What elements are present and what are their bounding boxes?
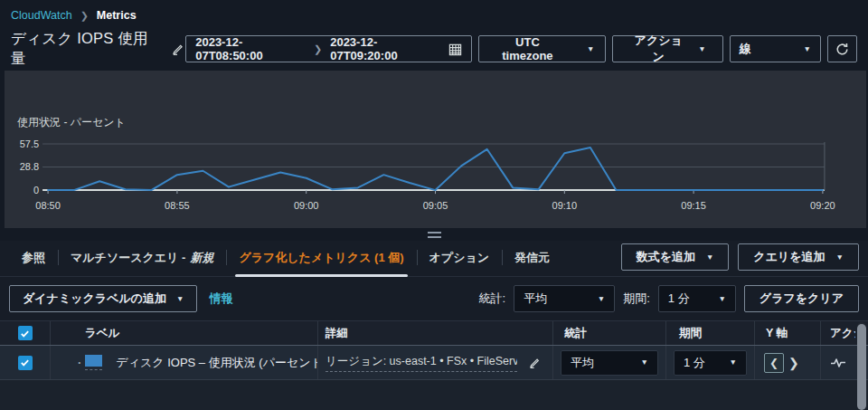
caret-down-icon: ▼ [587, 45, 594, 53]
tab-browse[interactable]: 参照 [9, 242, 58, 276]
actions-menu-button[interactable]: アクション ▼ [612, 35, 722, 62]
svg-text:09:10: 09:10 [552, 200, 578, 211]
statistic-label: 統計: [479, 291, 506, 307]
refresh-icon [835, 42, 850, 57]
svg-text:使用状況 - パーセント: 使用状況 - パーセント [17, 116, 126, 129]
date-range-chevron-icon: ❯ [314, 43, 322, 55]
period-select[interactable]: 1 分 ▼ [658, 285, 736, 312]
info-link[interactable]: 情報 [209, 291, 232, 307]
refresh-button[interactable] [827, 35, 857, 62]
svg-text:57.5: 57.5 [20, 138, 39, 149]
add-query-button[interactable]: クエリを追加 ▼ [738, 243, 859, 271]
column-header-period: 期間 [666, 321, 755, 345]
column-header-label: ラベル [51, 321, 318, 345]
table-header-row: ラベル 詳細 統計 期間 Y 軸 アクション [0, 321, 868, 346]
table-scrollbar[interactable] [857, 322, 866, 410]
tab-graphed-metrics[interactable]: グラフ化したメトリクス (1 個) [226, 242, 416, 276]
tab-multi-source-query[interactable]: マルチソースクエリ -新規 [58, 242, 226, 276]
caret-down-icon: ▼ [836, 253, 844, 262]
cloudwatch-metrics-page: CloudWatch ❯ Metrics ディスク IOPS 使用量 2023-… [0, 0, 868, 410]
caret-down-icon: ▼ [804, 45, 811, 53]
graphed-metrics-table: ラベル 詳細 統計 期間 Y 軸 アクション · ディス [0, 320, 868, 410]
pulse-actions-icon[interactable] [830, 357, 846, 368]
svg-text:09:00: 09:00 [294, 200, 319, 211]
y-axis-right-button[interactable]: ❯ [788, 356, 799, 370]
tab-source[interactable]: 発信元 [502, 242, 562, 276]
add-dynamic-label-button[interactable]: ダイナミックラベルの追加 ▼ [9, 285, 197, 312]
svg-text:09:05: 09:05 [423, 200, 448, 211]
date-range-picker[interactable]: 2023-12-07T08:50:00 ❯ 2023-12-07T09:20:0… [185, 35, 472, 62]
column-header-details: 詳細 [318, 321, 553, 345]
chart-controls: 2023-12-07T08:50:00 ❯ 2023-12-07T09:20:0… [185, 35, 857, 62]
breadcrumb-chevron-icon: ❯ [80, 10, 89, 22]
column-header-y-axis: Y 軸 [755, 321, 821, 345]
table-scrollbar-thumb[interactable] [857, 324, 866, 410]
clear-graph-button[interactable]: グラフをクリア [744, 285, 859, 312]
caret-down-icon: ▼ [598, 295, 605, 303]
metric-label: ディスク IOPS – 使用状況 (パーセント) [116, 355, 318, 371]
add-math-button[interactable]: 数式を追加 ▼ [621, 243, 730, 271]
caret-down-icon: ▼ [698, 45, 705, 53]
svg-text:08:50: 08:50 [35, 200, 61, 211]
graph-type-select[interactable]: 線 ▼ [730, 35, 821, 62]
panel-resize-handle-icon[interactable] [428, 232, 441, 238]
breadcrumb-current: Metrics [97, 9, 137, 22]
y-axis-left-button[interactable]: ❮ [764, 353, 784, 373]
statistic-select[interactable]: 平均 ▼ [514, 285, 615, 312]
svg-text:08:55: 08:55 [165, 200, 190, 211]
row-drag-dot-icon: · [78, 356, 81, 369]
row-period-select[interactable]: 1 分 ▼ [674, 350, 747, 376]
edit-details-icon[interactable] [529, 357, 542, 369]
header: CloudWatch ❯ Metrics ディスク IOPS 使用量 2023-… [0, 0, 868, 67]
breadcrumb-cloudwatch-link[interactable]: CloudWatch [11, 9, 72, 22]
resize-row [0, 228, 868, 241]
metrics-chart[interactable]: 使用状況 - パーセント028.857.508:5008:5509:0009:0… [5, 71, 866, 228]
edit-title-icon[interactable] [172, 43, 185, 56]
metric-details[interactable]: リージョン: us-east-1 • FSx • FileServerDi [326, 354, 517, 372]
svg-text:09:20: 09:20 [810, 200, 835, 211]
row-statistic-select[interactable]: 平均 ▼ [561, 350, 658, 376]
row-checkbox[interactable] [18, 356, 33, 370]
tab-options[interactable]: オプション [417, 242, 503, 276]
timezone-select[interactable]: UTC timezone ▼ [478, 35, 606, 62]
period-label: 期間: [623, 291, 650, 307]
date-end: 2023-12-07T09:20:00 [330, 35, 440, 62]
svg-text:09:15: 09:15 [681, 200, 706, 211]
svg-text:0: 0 [33, 185, 39, 195]
column-header-statistic: 統計 [553, 321, 666, 345]
table-empty-area [0, 380, 868, 410]
graphed-metrics-toolbar: ダイナミックラベルの追加 ▼ 情報 統計: 平均 ▼ 期間: 1 分 ▼ グラフ… [0, 277, 868, 320]
caret-down-icon: ▼ [706, 253, 713, 262]
column-header-actions: アクション [821, 321, 855, 345]
caret-down-icon: ▼ [718, 295, 725, 303]
caret-down-icon: ▼ [641, 358, 648, 367]
tabs-bar: 参照 マルチソースクエリ -新規 グラフ化したメトリクス (1 個) オプション… [0, 241, 868, 277]
svg-text:28.8: 28.8 [20, 162, 39, 173]
metric-table-row: · ディスク IOPS – 使用状況 (パーセント) リージョン: us-eas… [0, 346, 868, 380]
metric-color-swatch[interactable] [85, 355, 102, 370]
breadcrumb: CloudWatch ❯ Metrics [11, 9, 857, 22]
caret-down-icon: ▼ [730, 358, 737, 367]
caret-down-icon: ▼ [176, 295, 184, 303]
date-start: 2023-12-07T08:50:00 [195, 35, 306, 62]
select-all-checkbox[interactable] [18, 326, 33, 340]
page-title: ディスク IOPS 使用量 [11, 29, 158, 69]
calendar-icon[interactable] [448, 43, 462, 56]
metrics-bottom-panel: 参照 マルチソースクエリ -新規 グラフ化したメトリクス (1 個) オプション… [0, 241, 868, 410]
title-row: ディスク IOPS 使用量 2023-12-07T08:50:00 ❯ 2023… [11, 29, 857, 69]
